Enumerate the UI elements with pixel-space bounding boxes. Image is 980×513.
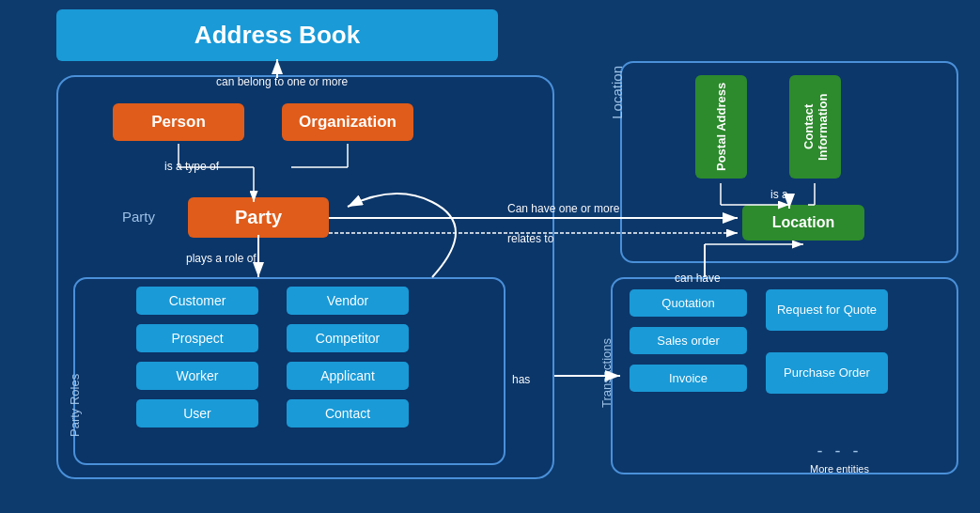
location-label: Location [772, 214, 835, 230]
contact-info-label: Contact Information [801, 75, 830, 179]
location-box: Location [742, 205, 864, 241]
relates-to-label: relates to [507, 232, 553, 245]
applicant-btn: Applicant [287, 362, 409, 390]
location-outer-label: Location [609, 66, 625, 119]
rfq-btn: Request for Quote [766, 289, 888, 331]
contact-btn: Contact [287, 399, 409, 428]
address-book-title: Address Book [194, 21, 360, 49]
worker-btn: Worker [136, 362, 258, 390]
more-entities: - - - More entities [810, 442, 869, 474]
is-a-label: is a [770, 188, 788, 201]
quotation-btn: Quotation [630, 289, 747, 317]
has-label: has [512, 373, 530, 386]
postal-address-box: Postal Address [695, 75, 747, 179]
address-book-box: Address Book [56, 9, 498, 61]
prospect-btn: Prospect [136, 324, 258, 352]
organization-label: Organization [299, 113, 397, 131]
can-have-label: can have [675, 272, 721, 285]
plays-role-label: plays a role of [186, 252, 257, 265]
invoice-btn: Invoice [630, 365, 747, 392]
user-btn: User [136, 399, 258, 428]
party-center-box: Party [188, 197, 329, 238]
transactions-label: Transactions [599, 338, 614, 408]
can-belong-label: can belong to one or more [216, 75, 348, 88]
can-have-one-or-more-label: Can have one or more [507, 202, 619, 215]
competitor-btn: Competitor [287, 324, 409, 352]
purchase-order-btn: Purchase Order [766, 352, 888, 394]
organization-box: Organization [282, 103, 413, 141]
vendor-btn: Vendor [287, 287, 409, 315]
person-box: Person [113, 103, 244, 141]
person-label: Person [151, 113, 206, 131]
party-outer-label: Party [122, 209, 155, 225]
contact-info-box: Contact Information [789, 75, 841, 179]
is-type-of-label: is a type of [164, 160, 219, 173]
party-center-label: Party [235, 207, 282, 227]
customer-btn: Customer [136, 287, 258, 315]
address-book-container: Address Book [56, 9, 498, 61]
party-roles-label: Party Roles [68, 315, 82, 437]
sales-order-btn: Sales order [630, 327, 747, 354]
postal-address-label: Postal Address [714, 83, 728, 171]
